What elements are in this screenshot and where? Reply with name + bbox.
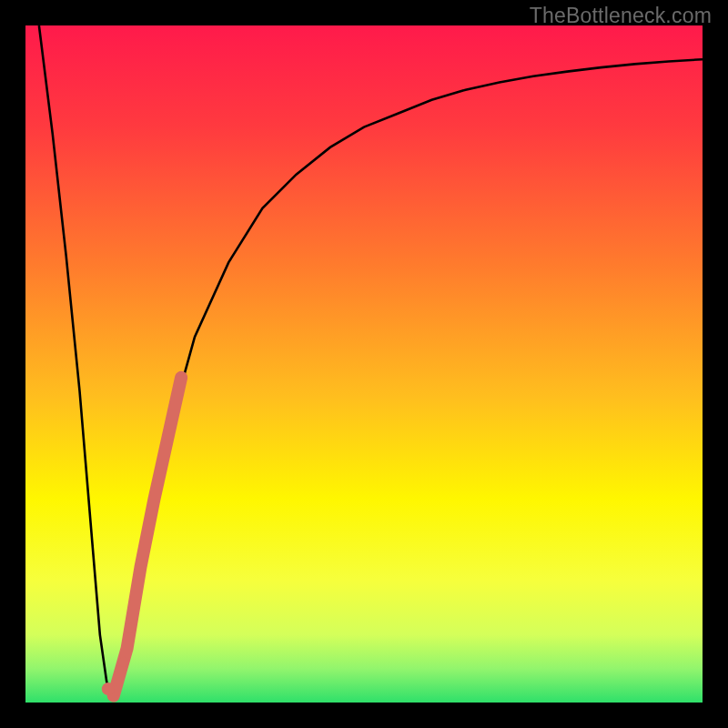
highlight-dot: [102, 682, 115, 695]
chart-svg: [0, 0, 728, 728]
highlight-dot: [126, 623, 136, 633]
highlight-dot: [118, 657, 128, 667]
chart-container: TheBottleneck.com: [0, 0, 728, 728]
watermark-label: TheBottleneck.com: [530, 4, 712, 28]
